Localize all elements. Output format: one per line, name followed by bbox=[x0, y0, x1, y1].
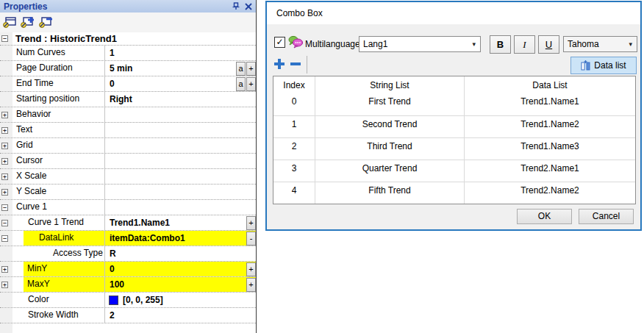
collapse-icon[interactable]: − bbox=[1, 220, 8, 226]
table-cell[interactable]: Trend2.Name2 bbox=[465, 182, 635, 204]
property-row-stroke-width[interactable]: Stroke Width2 bbox=[0, 308, 256, 323]
property-value-cell[interactable]: 0+ bbox=[105, 262, 256, 276]
property-row-text[interactable]: +Text bbox=[0, 123, 256, 138]
table-cell[interactable]: 0 bbox=[273, 93, 315, 115]
property-value-cell[interactable] bbox=[105, 154, 256, 168]
expand-icon[interactable]: + bbox=[1, 158, 8, 165]
cancel-button[interactable]: Cancel bbox=[579, 209, 634, 224]
expand-icon[interactable]: + bbox=[1, 143, 8, 149]
property-row-miny[interactable]: +MinY0+ bbox=[0, 262, 256, 277]
expand-icon[interactable]: + bbox=[1, 282, 8, 288]
color-swatch[interactable] bbox=[109, 296, 118, 305]
property-row-cursor[interactable]: +Cursor bbox=[0, 154, 256, 169]
ok-button[interactable]: OK bbox=[517, 209, 572, 224]
dialog-title: Combo Box bbox=[276, 8, 323, 18]
bold-button[interactable]: B bbox=[490, 35, 511, 54]
property-value-cell[interactable] bbox=[105, 107, 256, 122]
expand-icon[interactable]: + bbox=[1, 112, 8, 118]
property-row-end-time[interactable]: End Time0a+ bbox=[0, 76, 256, 92]
expand-icon[interactable]: + bbox=[1, 127, 8, 134]
property-value-cell[interactable] bbox=[105, 200, 256, 215]
italic-button[interactable]: I bbox=[514, 35, 535, 54]
collapse-icon[interactable]: − bbox=[1, 35, 8, 42]
value-button-plus[interactable]: + bbox=[246, 62, 256, 76]
property-row-page-duration[interactable]: Page Duration5 mina+ bbox=[0, 61, 256, 76]
property-row-behavior[interactable]: +Behavior bbox=[0, 107, 256, 123]
value-button-plus[interactable]: + bbox=[246, 77, 256, 91]
pin-icon[interactable] bbox=[232, 2, 240, 10]
language-select[interactable]: Lang1 ▾ bbox=[359, 36, 481, 52]
table-row[interactable]: 2Third TrendTrend1.Name3 bbox=[273, 137, 635, 160]
property-value: Right bbox=[105, 94, 132, 104]
table-cell[interactable]: Quarter Trend bbox=[315, 160, 465, 182]
data-list-button[interactable]: Data list bbox=[570, 57, 637, 74]
table-cell[interactable]: 3 bbox=[273, 160, 315, 182]
property-row-grid[interactable]: +Grid bbox=[0, 138, 256, 154]
property-value-cell[interactable]: R bbox=[105, 246, 256, 261]
value-button-plus[interactable]: + bbox=[246, 262, 256, 276]
value-button-a[interactable]: a bbox=[236, 77, 246, 91]
close-icon[interactable] bbox=[245, 3, 252, 10]
property-value-cell[interactable] bbox=[105, 138, 256, 153]
property-value-cell[interactable]: Right bbox=[105, 92, 256, 107]
property-row-starting-position[interactable]: Starting positionRight bbox=[0, 92, 256, 107]
table-cell[interactable]: Trend2.Name1 bbox=[465, 160, 635, 182]
table-cell[interactable]: 2 bbox=[273, 138, 315, 160]
property-value-cell[interactable]: 2 bbox=[105, 308, 256, 323]
value-button-minus[interactable]: - bbox=[246, 232, 256, 246]
table-cell[interactable]: 1 bbox=[273, 116, 315, 137]
property-row-color[interactable]: Color[0, 0, 255] bbox=[0, 293, 256, 308]
table-row[interactable]: 0First TrendTrend1.Name1 bbox=[273, 93, 635, 115]
property-value-cell[interactable]: itemData:Combo1- bbox=[105, 231, 256, 246]
property-row-maxy[interactable]: +MaxY100+ bbox=[0, 277, 256, 293]
property-value-cell[interactable]: 100+ bbox=[105, 277, 256, 292]
collapse-icon[interactable]: − bbox=[1, 204, 8, 211]
value-buttons: + bbox=[246, 278, 256, 292]
property-value-cell[interactable]: 0a+ bbox=[105, 76, 256, 91]
property-value-cell[interactable] bbox=[105, 185, 256, 199]
underline-button[interactable]: U bbox=[538, 35, 559, 54]
add-row-icon[interactable] bbox=[273, 58, 285, 73]
expand-icon[interactable]: + bbox=[1, 173, 8, 180]
property-value-cell[interactable]: 1 bbox=[105, 46, 256, 60]
property-row-datalink[interactable]: −DataLinkitemData:Combo1- bbox=[0, 231, 256, 246]
table-row[interactable]: 3Quarter TrendTrend2.Name1 bbox=[273, 160, 635, 182]
property-row-num-curves[interactable]: Num Curves1 bbox=[0, 46, 256, 61]
property-value-cell[interactable] bbox=[105, 169, 256, 184]
property-value-cell[interactable]: [0, 0, 255] bbox=[105, 293, 256, 307]
remove-row-icon[interactable] bbox=[290, 58, 301, 73]
table-cell[interactable]: Third Trend bbox=[315, 138, 465, 160]
table-cell[interactable]: 4 bbox=[273, 182, 315, 204]
value-button-plus[interactable]: + bbox=[246, 278, 256, 292]
value-button-a[interactable]: a bbox=[236, 62, 246, 76]
multilanguage-checkbox[interactable]: ✓ bbox=[274, 37, 285, 48]
property-window-icon[interactable] bbox=[1, 15, 18, 30]
property-row-access-type[interactable]: Access TypeR bbox=[0, 246, 256, 262]
string-data-table: IndexString ListData List0First TrendTre… bbox=[273, 76, 636, 204]
table-row[interactable]: 4Fifth TrendTrend2.Name2 bbox=[273, 182, 635, 204]
table-row[interactable]: 1Second TrendTrend1.Name2 bbox=[273, 115, 635, 137]
table-cell[interactable]: First Trend bbox=[315, 93, 465, 115]
remove-property-icon[interactable] bbox=[38, 15, 54, 30]
expand-icon[interactable]: + bbox=[1, 189, 8, 196]
value-button-plus[interactable]: + bbox=[246, 216, 256, 230]
property-name: DataLink bbox=[24, 231, 74, 246]
property-value: R bbox=[105, 248, 116, 259]
expand-icon[interactable]: + bbox=[1, 266, 8, 273]
property-row-trend-historictrend1[interactable]: −Trend : HistoricTrend1 bbox=[0, 32, 256, 46]
property-row-curve-1-trend[interactable]: −Curve 1 TrendTrend1.Name1+ bbox=[0, 215, 256, 231]
font-select[interactable]: Tahoma ▾ bbox=[563, 36, 637, 52]
table-cell[interactable]: Trend1.Name2 bbox=[465, 116, 635, 137]
collapse-icon[interactable]: − bbox=[1, 235, 8, 242]
property-value-cell[interactable]: Trend1.Name1+ bbox=[105, 215, 256, 230]
table-cell[interactable]: Second Trend bbox=[315, 116, 465, 137]
property-value-cell[interactable] bbox=[105, 123, 256, 137]
property-row-x-scale[interactable]: +X Scale bbox=[0, 169, 256, 185]
table-cell[interactable]: Trend1.Name1 bbox=[465, 93, 635, 115]
property-value-cell[interactable]: 5 mina+ bbox=[105, 61, 256, 76]
table-cell[interactable]: Fifth Trend bbox=[315, 182, 465, 204]
table-cell[interactable]: Trend1.Name3 bbox=[465, 138, 635, 160]
property-row-y-scale[interactable]: +Y Scale bbox=[0, 185, 256, 200]
add-property-icon[interactable] bbox=[20, 15, 36, 30]
property-row-curve-1[interactable]: −Curve 1 bbox=[0, 200, 256, 215]
